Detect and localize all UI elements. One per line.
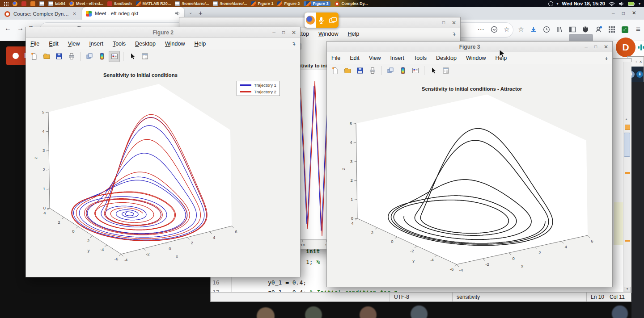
scroll-down-arrow[interactable]: ▾ <box>624 287 631 292</box>
forward-button[interactable]: → <box>17 24 24 32</box>
figure2-legend[interactable]: Trajectory 1 Trajectory 2 <box>237 81 280 96</box>
taskbar-item[interactable]: /bin/bash <box>107 1 132 6</box>
print-figure-button[interactable] <box>66 51 77 62</box>
print-figure-button[interactable] <box>367 65 378 76</box>
taskbar-item[interactable]: Meet - eft-nd... <box>69 1 103 6</box>
shared-app-button[interactable] <box>305 13 316 28</box>
figure3-close-button[interactable]: ✕ <box>604 44 608 50</box>
figure3-title-bar[interactable]: Figure 3 – □ ✕ <box>327 42 612 52</box>
property-inspector-button[interactable] <box>139 51 150 62</box>
save-figure-button[interactable] <box>53 51 64 62</box>
insert-legend-button[interactable] <box>410 65 421 76</box>
taskbar-item[interactable]: MATLAB R20... <box>136 1 171 6</box>
taskbar-item[interactable] <box>4 1 8 6</box>
scroll-jump-button[interactable]: ⬇ <box>636 71 643 78</box>
figure2-close-button[interactable]: ✕ <box>292 29 296 36</box>
apps-grid-icon[interactable] <box>607 25 617 34</box>
bookmark-star-icon[interactable]: ☆ <box>502 25 512 34</box>
menu-item[interactable]: Desktop <box>135 41 156 47</box>
menu-item[interactable]: View <box>68 41 80 47</box>
warning-marker[interactable] <box>625 240 630 242</box>
figure1-close-button[interactable]: ✕ <box>452 20 456 26</box>
open-file-button[interactable] <box>41 51 52 62</box>
scrollbar-thumb[interactable] <box>624 133 630 157</box>
tab-audio-icon[interactable] <box>175 11 181 16</box>
menu-item[interactable]: Tools <box>414 55 427 61</box>
account-icon[interactable] <box>593 25 603 34</box>
taskbar-item[interactable]: /home/dario/... <box>175 1 209 6</box>
menu-item[interactable]: Desktop <box>436 55 457 61</box>
volume-icon[interactable] <box>619 1 624 6</box>
new-tab-button[interactable]: + <box>199 9 203 17</box>
stop-presenting-button[interactable] <box>327 13 339 28</box>
colormap-editor-button[interactable] <box>397 65 408 76</box>
tab-course[interactable]: Course: Complex Dynam × <box>1 8 80 20</box>
figure3-minimize-button[interactable]: – <box>585 44 588 50</box>
taskbar-item[interactable] <box>39 1 44 6</box>
menu-item[interactable]: Window <box>318 31 338 37</box>
warning-marker[interactable] <box>625 172 630 174</box>
menu-item[interactable]: Edit <box>350 55 360 61</box>
taskbar-item[interactable]: /home/dario/... <box>213 1 247 6</box>
menu-item[interactable]: Edit <box>49 41 59 47</box>
taskbar-item[interactable] <box>30 1 35 6</box>
figure1-minimize-button[interactable]: – <box>432 20 436 26</box>
collapse-icon[interactable]: ▲ <box>625 117 628 121</box>
menu-item[interactable]: File <box>30 41 39 47</box>
link-plots-button[interactable] <box>385 65 396 76</box>
scroll-marker-origin[interactable] <box>625 125 630 130</box>
tab-course-close-icon[interactable]: × <box>73 11 76 17</box>
taskbar-item[interactable]: Figure 3 <box>304 1 330 6</box>
menu-item[interactable]: Window <box>466 55 486 61</box>
taskbar-item[interactable] <box>21 1 26 6</box>
battery-icon[interactable] <box>628 2 635 6</box>
library-icon[interactable] <box>555 25 564 34</box>
property-inspector-button[interactable] <box>440 65 451 76</box>
dock-figure-icon[interactable]: ↴ <box>604 55 608 61</box>
back-button[interactable]: ← <box>4 24 11 32</box>
browser-close-button[interactable]: ✕ <box>632 10 636 16</box>
history-clock-icon[interactable] <box>542 25 551 34</box>
figure3-maximize-button[interactable]: □ <box>594 44 597 49</box>
open-file-button[interactable] <box>342 65 353 76</box>
new-figure-button[interactable] <box>28 51 39 62</box>
link-plots-button[interactable] <box>84 51 95 62</box>
taskbar-item[interactable]: lab04 <box>48 1 65 6</box>
power-caret-icon[interactable]: ▾ <box>557 2 559 6</box>
menu-item[interactable]: Insert <box>89 41 103 47</box>
new-figure-button[interactable] <box>329 65 340 76</box>
taskbar-item[interactable] <box>13 1 17 6</box>
figure2-minimize-button[interactable]: – <box>272 29 275 36</box>
save-figure-button[interactable] <box>354 65 365 76</box>
taskbar-item[interactable]: Figure 2 <box>277 1 300 6</box>
pointer-tool-button[interactable] <box>127 51 138 62</box>
dock-figure-icon[interactable]: ↴ <box>452 31 456 37</box>
insert-legend-button[interactable] <box>109 51 120 62</box>
extension-star-icon[interactable]: ☆ <box>516 25 526 34</box>
taskbar-item[interactable]: Complex Dy... <box>335 1 368 6</box>
menu-item[interactable]: File <box>331 55 340 61</box>
menu-item[interactable]: Help <box>194 41 206 47</box>
mini-close-button[interactable]: ✕ <box>639 60 642 64</box>
figure1-maximize-button[interactable]: □ <box>442 20 445 25</box>
menu-hamburger-icon[interactable]: ≡ <box>633 25 643 34</box>
menu-item[interactable]: Tools <box>113 41 126 47</box>
downloads-icon[interactable] <box>529 25 538 34</box>
wifi-icon[interactable] <box>609 1 615 6</box>
taskbar-item[interactable]: Figure 1 <box>251 1 273 6</box>
editor-scrollbar[interactable]: ▲ ▾ <box>623 62 631 293</box>
figure2-title-bar[interactable]: Figure 2 – □ ✕ <box>26 27 300 38</box>
colormap-editor-button[interactable] <box>96 51 107 62</box>
url-overflow-icon[interactable]: ⋯ <box>476 25 486 34</box>
sidebar-toggle-icon[interactable] <box>568 25 577 34</box>
menu-item[interactable]: View <box>369 55 381 61</box>
figure2-maximize-button[interactable]: □ <box>282 30 285 35</box>
pocket-icon[interactable] <box>489 25 499 34</box>
extension-claw-icon[interactable] <box>580 25 590 34</box>
menu-item[interactable]: Help <box>347 31 359 37</box>
tab-meet[interactable]: Meet - eft-ndeg-qkt <box>82 7 184 20</box>
browser-minimize-button[interactable]: – <box>612 10 615 16</box>
dock-figure-icon[interactable]: ↴ <box>292 41 296 47</box>
extension-green-icon[interactable]: ⤢ <box>620 25 630 34</box>
tray-caret-icon[interactable]: ▾ <box>639 2 640 6</box>
